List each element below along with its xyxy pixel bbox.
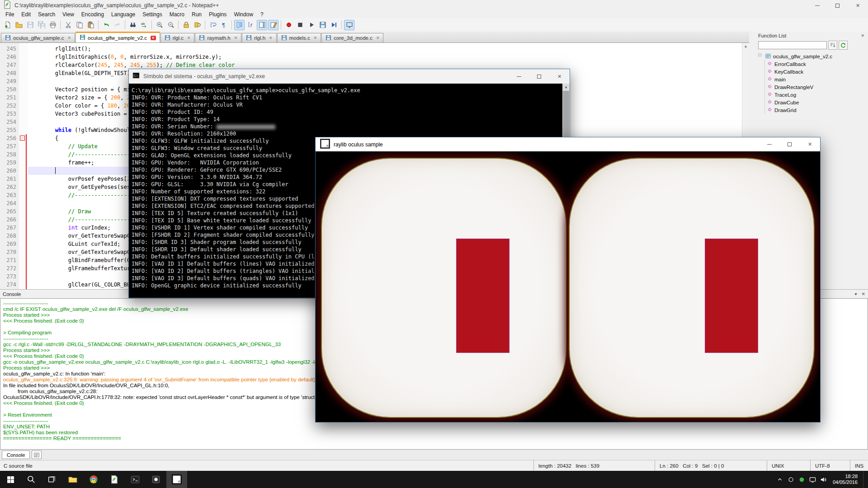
menu-plugins[interactable]: Plugins	[205, 11, 230, 18]
scroll-up-icon[interactable]: ▲	[562, 84, 570, 90]
save-all-icon[interactable]	[36, 20, 47, 30]
taskbar-raylib-icon[interactable]: rl	[166, 471, 187, 488]
tab-core_3d_mode.c[interactable]: core_3d_mode.c✕	[321, 33, 383, 42]
menu-search[interactable]: Search	[34, 11, 59, 18]
taskbar-search-icon[interactable]	[21, 471, 42, 488]
function-item-TraceLog[interactable]: TraceLog	[767, 91, 868, 99]
refresh-icon[interactable]	[839, 41, 848, 50]
tray-app2-icon[interactable]	[796, 471, 807, 488]
zoom-out-icon[interactable]	[165, 20, 176, 30]
tray-volume-icon[interactable]	[818, 471, 829, 488]
menu-file[interactable]: File	[2, 11, 18, 18]
cmd-close-button[interactable]: ✕	[549, 69, 570, 84]
close-tab-icon[interactable]: ✕	[269, 36, 273, 40]
undo-icon[interactable]	[101, 20, 111, 30]
menu-window[interactable]: Window	[230, 11, 257, 18]
show-all-chars-icon[interactable]: ¶	[219, 20, 229, 30]
function-search-input[interactable]	[758, 41, 827, 49]
doc-switcher-icon[interactable]	[268, 20, 278, 30]
function-item-ErrorCallback[interactable]: ErrorCallback	[767, 60, 868, 68]
taskbar-start-icon[interactable]	[0, 471, 21, 488]
close-tab-icon[interactable]: ✕	[187, 36, 191, 40]
tab-raymath.h[interactable]: raymath.h✕	[195, 33, 241, 42]
close-icon[interactable]: ✕	[862, 291, 865, 296]
zoom-in-icon[interactable]	[154, 20, 165, 30]
sort-icon[interactable]	[828, 41, 837, 50]
menu-run[interactable]: Run	[188, 11, 205, 18]
save-icon[interactable]	[25, 20, 35, 30]
tray-display-icon[interactable]	[807, 471, 818, 488]
replace-icon[interactable]: ab	[139, 20, 149, 30]
scroll-up-icon[interactable]: ▲	[742, 43, 749, 50]
close-tab-icon[interactable]: ✕	[314, 36, 317, 40]
monitor-icon[interactable]	[344, 20, 354, 30]
npp-close-button[interactable]: ✕	[848, 0, 868, 11]
paste-icon[interactable]	[85, 20, 96, 30]
scrollbar-thumb[interactable]	[563, 91, 569, 141]
open-file-icon[interactable]	[14, 20, 24, 30]
cmd-minimize-button[interactable]	[509, 69, 529, 84]
tray-expand-icon[interactable]	[774, 471, 785, 488]
npp-minimize-button[interactable]	[807, 0, 827, 11]
function-item-DrawCube[interactable]: DrawCube	[767, 99, 868, 106]
tab-console[interactable]: Console	[2, 450, 30, 459]
save-macro-icon[interactable]	[317, 20, 328, 30]
redo-icon[interactable]	[112, 20, 123, 30]
raylib-close-button[interactable]: ✕	[800, 137, 820, 151]
show-desktop-button[interactable]	[863, 471, 865, 488]
sync-scroll-v-icon[interactable]	[181, 20, 191, 30]
chevron-down-icon[interactable]: ▾	[855, 291, 857, 296]
menu-help[interactable]: ?	[257, 11, 267, 18]
sync-scroll-h-icon[interactable]	[192, 20, 203, 30]
menu-language[interactable]: Language	[108, 11, 139, 18]
taskbar-terminal-icon[interactable]	[125, 471, 146, 488]
run-macro-icon[interactable]	[329, 20, 339, 30]
cut-icon[interactable]	[63, 20, 73, 30]
copy-icon[interactable]	[74, 20, 85, 30]
function-item-main[interactable]: main	[767, 75, 868, 83]
taskbar-file-explorer-icon[interactable]	[62, 471, 83, 488]
record-macro-icon[interactable]	[283, 20, 294, 30]
print-icon[interactable]	[47, 20, 58, 30]
fold-collapse-icon[interactable]: −	[20, 136, 25, 141]
menu-settings[interactable]: Settings	[139, 11, 165, 18]
tab-rlgl.h[interactable]: rlgl.h✕	[242, 33, 276, 42]
console-panel-icon[interactable]	[32, 450, 42, 459]
raylib-window[interactable]: rl raylib oculus sample ✕	[315, 137, 821, 422]
function-list-icon[interactable]: f	[245, 20, 256, 30]
find-icon[interactable]	[127, 20, 138, 30]
word-wrap-icon[interactable]	[208, 20, 218, 30]
tree-root-oculus_glfw_sample_v2.c[interactable]: oculus_glfw_sample_v2.c	[758, 52, 868, 60]
tab-rlgl.c[interactable]: rlgl.c✕	[160, 33, 195, 42]
cmd-maximize-button[interactable]	[529, 69, 549, 84]
close-icon[interactable]: ✕	[861, 33, 864, 38]
tab-models.c[interactable]: models.c✕	[277, 33, 321, 42]
stop-macro-icon[interactable]	[295, 20, 305, 30]
taskbar-task-view-icon[interactable]	[42, 471, 62, 488]
play-macro-icon[interactable]	[306, 20, 316, 30]
menu-macro[interactable]: Macro	[166, 11, 188, 18]
menu-edit[interactable]: Edit	[18, 11, 34, 18]
menu-view[interactable]: View	[59, 11, 78, 18]
collapse-icon[interactable]	[758, 53, 763, 59]
raylib-maximize-button[interactable]	[779, 137, 800, 151]
tray-app1-icon[interactable]	[785, 471, 796, 488]
function-item-KeyCallback[interactable]: KeyCallback	[767, 68, 868, 75]
raylib-titlebar[interactable]: rl raylib oculus sample ✕	[316, 137, 820, 151]
tab-oculus_glfw_sample_v2.c[interactable]: oculus_glfw_sample_v2.c✕	[75, 32, 160, 42]
close-tab-icon[interactable]: ✕	[151, 36, 156, 40]
raylib-minimize-button[interactable]	[759, 137, 779, 151]
doc-map-icon[interactable]	[257, 20, 267, 30]
function-item-DrawGrid[interactable]: DrawGrid	[767, 106, 868, 114]
cmd-titlebar[interactable]: C:\ Símbolo del sistema - oculus_glfw_sa…	[129, 69, 570, 84]
tab-oculus_glfw_sample.c[interactable]: oculus_glfw_sample.c✕	[1, 33, 75, 42]
npp-maximize-button[interactable]	[827, 0, 848, 11]
menu-encoding[interactable]: Encoding	[78, 11, 108, 18]
doc-list-icon[interactable]	[234, 20, 245, 30]
taskbar-app-icon[interactable]	[146, 471, 166, 488]
function-item-DrawRectangleV[interactable]: DrawRectangleV	[767, 83, 868, 91]
close-tab-icon[interactable]: ✕	[68, 36, 71, 40]
close-tab-icon[interactable]: ✕	[376, 36, 380, 40]
taskbar-notepadpp-icon[interactable]	[104, 471, 125, 488]
taskbar-chrome-icon[interactable]	[83, 471, 104, 488]
